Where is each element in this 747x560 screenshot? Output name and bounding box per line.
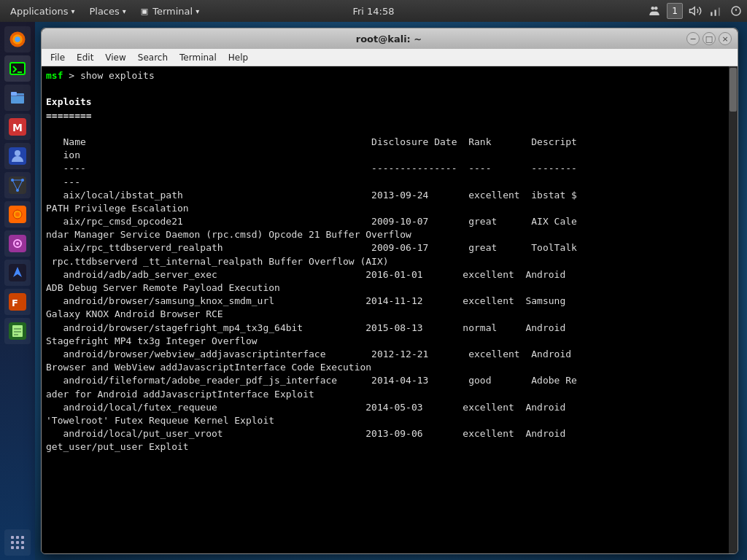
term-line-col-div2: --- (46, 176, 724, 189)
menu-terminal[interactable]: Terminal (174, 51, 222, 64)
terminal-title: root@kali: ~ (91, 34, 686, 44)
svg-rect-4 (715, 10, 716, 16)
terminal-menu-label: Terminal (152, 6, 193, 17)
svg-rect-46 (16, 546, 19, 549)
menu-file[interactable]: File (44, 51, 71, 64)
sidebar-files-icon[interactable] (4, 85, 31, 111)
network-status-icon[interactable] (708, 3, 724, 19)
sidebar-firefox-icon[interactable] (4, 26, 31, 52)
svg-text:M: M (12, 122, 23, 133)
svg-rect-44 (21, 541, 24, 544)
terminal-menu[interactable]: ▣ Terminal ▾ (133, 3, 206, 20)
term-line-empty1 (46, 82, 724, 96)
svg-rect-40 (16, 536, 19, 539)
term-line-e7a: android/browser/webview_addjavascriptint… (46, 348, 724, 361)
svg-rect-41 (21, 536, 24, 539)
term-line-e1b: PATH Privilege Escalation (46, 202, 724, 215)
terminal-menubar: File Edit View Search Terminal Help (42, 49, 738, 66)
term-line-e8b: ader for Android addJavascriptInterface … (46, 388, 724, 401)
applications-label: Applications (10, 6, 68, 17)
terminal-titlebar: root@kali: ~ ─ □ × (42, 28, 738, 49)
term-line-e10a: android/local/put_user_vroot 2013-09-06 … (46, 427, 724, 440)
term-line-equals: ======== (46, 109, 724, 122)
menu-view[interactable]: View (99, 51, 131, 64)
svg-rect-13 (11, 92, 17, 96)
places-arrow-icon: ▾ (123, 7, 126, 15)
term-line-empty2 (46, 122, 724, 136)
topbar-clock: Fri 14:58 (352, 6, 394, 17)
terminal-content[interactable]: msf > show exploits Exploits ======== Na… (42, 66, 729, 553)
term-line-e3b: rpc.ttdbserverd _tt_internal_realpath Bu… (46, 255, 724, 268)
scrollbar-thumb[interactable] (729, 68, 737, 112)
sidebar-notes-icon[interactable] (4, 318, 31, 344)
svg-rect-3 (711, 12, 712, 16)
people-icon[interactable] (646, 3, 662, 19)
terminal-menu-icon: ▣ (141, 7, 148, 16)
term-line-e9a: android/local/futex_requeue 2014-05-03 e… (46, 401, 724, 414)
terminal-window: root@kali: ~ ─ □ × File Edit View Search… (41, 28, 738, 554)
svg-text:F: F (12, 298, 18, 308)
sidebar-terminal-icon[interactable] (4, 55, 31, 82)
term-line-col-div1: ---- --------------- ---- -------- (46, 162, 724, 175)
term-line-e5a: android/browser/samsung_knox_smdm_url 20… (46, 295, 724, 308)
term-line-e1a: aix/local/ibstat_path 2013-09-24 excelle… (46, 189, 724, 202)
maximize-button[interactable]: □ (703, 32, 716, 45)
svg-point-0 (651, 7, 655, 10)
sidebar-maltego-icon[interactable]: M (4, 114, 31, 140)
sidebar-filezilla-icon[interactable]: F (4, 289, 31, 315)
term-line-col-header: Name Disclosure Date Rank Descript (46, 136, 724, 149)
terminal-content-wrapper: msf > show exploits Exploits ======== Na… (42, 66, 738, 553)
sidebar-kali-icon[interactable] (4, 260, 31, 286)
term-line-col-header2: ion (46, 149, 724, 162)
applications-menu[interactable]: Applications ▾ (3, 3, 82, 20)
term-line-exploits-header: Exploits (46, 96, 724, 109)
audio-icon[interactable] (687, 3, 703, 19)
term-line-e9b: 'Towelroot' Futex Requeue Kernel Exploit (46, 414, 724, 427)
term-line-e2a: aix/rpc_cmsd_opcode21 2009-10-07 great A… (46, 215, 724, 228)
svg-rect-43 (16, 541, 19, 544)
term-line-e8a: android/fileformat/adobe_reader_pdf_js_i… (46, 374, 724, 387)
svg-point-27 (15, 212, 20, 217)
term-line-e6b: Stagefright MP4 tx3g Integer Overflow (46, 335, 724, 348)
terminal-arrow-icon: ▾ (196, 7, 199, 15)
workspace-badge[interactable]: 1 (667, 3, 683, 19)
close-button[interactable]: × (719, 32, 732, 45)
svg-point-17 (15, 150, 20, 156)
term-line-e7b: Browser and WebView addJavascriptInterfa… (46, 361, 724, 374)
topbar-left: Applications ▾ Places ▾ ▣ Terminal ▾ (3, 3, 206, 20)
svg-rect-42 (11, 541, 14, 544)
menu-edit[interactable]: Edit (71, 51, 99, 64)
sidebar-burp-icon[interactable] (4, 201, 31, 228)
sidebar: M (0, 22, 35, 560)
places-label: Places (89, 6, 119, 17)
power-icon[interactable] (728, 3, 744, 19)
term-line-e2b: ndar Manager Service Daemon (rpc.cmsd) O… (46, 228, 724, 241)
applications-arrow-icon: ▾ (71, 7, 74, 15)
sidebar-person-icon[interactable] (4, 143, 31, 169)
scrollbar[interactable] (729, 66, 738, 553)
svg-rect-5 (719, 8, 720, 16)
svg-point-9 (15, 36, 20, 42)
menu-help[interactable]: Help (222, 51, 254, 64)
svg-point-1 (654, 7, 658, 10)
menu-search[interactable]: Search (132, 51, 174, 64)
term-line-prompt: msf > show exploits (46, 69, 724, 82)
topbar: Applications ▾ Places ▾ ▣ Terminal ▾ Fri… (0, 0, 747, 22)
desktop: M (0, 22, 747, 560)
term-line-e4a: android/adb/adb_server_exec 2016-01-01 e… (46, 268, 724, 281)
topbar-right: 1 (646, 3, 744, 19)
places-menu[interactable]: Places ▾ (82, 3, 133, 20)
svg-rect-39 (11, 536, 14, 539)
svg-marker-2 (690, 7, 695, 15)
term-line-e6a: android/browser/stagefright_mp4_tx3g_64b… (46, 322, 724, 335)
minimize-button[interactable]: ─ (686, 32, 700, 45)
term-line-e10b: get_user/put_user Exploit (46, 440, 724, 454)
term-line-e4b: ADB Debug Server Remote Payload Executio… (46, 281, 724, 295)
sidebar-apps-icon[interactable] (4, 529, 31, 556)
svg-rect-35 (12, 325, 23, 337)
svg-rect-45 (11, 546, 14, 549)
wm-buttons: ─ □ × (686, 32, 732, 45)
svg-rect-47 (21, 546, 24, 549)
sidebar-recon-icon[interactable] (4, 230, 31, 257)
sidebar-network-icon[interactable] (4, 172, 31, 198)
